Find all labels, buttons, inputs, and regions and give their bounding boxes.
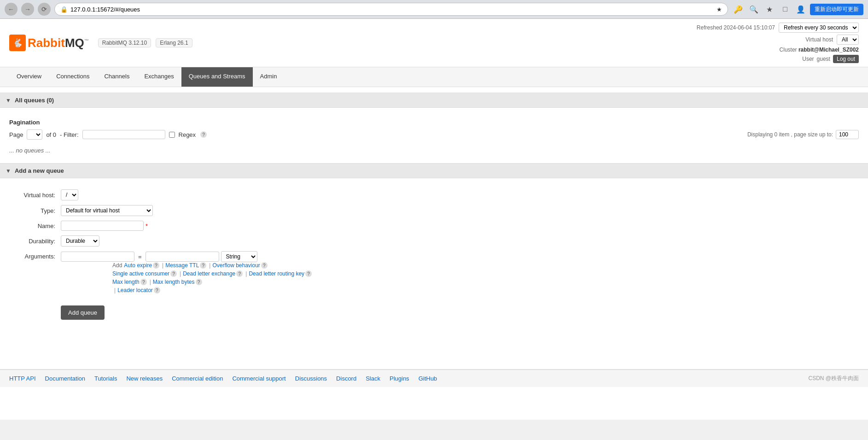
quick-link-leader-locator[interactable]: Leader locator [117,287,153,293]
max-length-bytes-help-icon[interactable]: ? [196,279,202,285]
zoom-icon[interactable]: 🔍 [747,3,760,16]
footer-link-plugins[interactable]: Plugins [390,375,409,382]
footer-link-new-releases[interactable]: New releases [126,375,163,382]
update-button[interactable]: 重新启动即可更新 [810,4,863,15]
add-queue-form: Virtual host: / Type: Default for virtua… [9,184,859,325]
back-button[interactable]: ← [5,3,17,16]
footer-link-github[interactable]: GitHub [419,375,437,382]
sep6: | [114,287,116,293]
regex-help-icon[interactable]: ? [200,131,207,138]
nav-item-channels[interactable]: Channels [97,67,137,87]
reload-button[interactable]: ⟳ [38,3,51,16]
type-row: Type: Default for virtual host Classic Q… [9,205,859,216]
single-active-consumer-help-icon[interactable]: ? [170,270,177,277]
profile-icon[interactable]: 👤 [794,3,807,16]
regex-checkbox[interactable] [169,132,175,138]
version-badges: RabbitMQ 3.12.10 Erlang 26.1 [98,38,192,47]
forward-button[interactable]: → [21,3,34,16]
address-bar: 🔒 ★ [54,3,728,16]
footer-link-documentation[interactable]: Documentation [45,375,85,382]
regex-label: Regex [179,131,196,138]
logo-mq: MQ [65,36,84,50]
max-length-help-icon[interactable]: ? [140,279,147,285]
user-row: User guest Log out [802,55,859,63]
key-icon[interactable]: 🔑 [732,3,745,16]
dead-letter-routing-key-help-icon[interactable]: ? [305,270,312,277]
of-label: of 0 [46,131,56,138]
overflow-help-icon[interactable]: ? [261,262,268,269]
vhost-select[interactable]: All / [837,35,859,45]
dead-letter-exchange-help-icon[interactable]: ? [236,270,243,277]
footer-link-slack[interactable]: Slack [366,375,380,382]
footer-brand: CSDN @秩香牛肉面 [808,375,859,382]
quick-link-dead-letter-exchange[interactable]: Dead letter exchange [183,270,235,277]
user-label: User [802,56,814,62]
browser-actions: 🔑 🔍 ★ □ 👤 重新启动即可更新 [732,3,863,16]
arg-key-input[interactable] [61,252,134,262]
nav-item-queues[interactable]: Queues and Streams [181,67,253,87]
quick-link-max-length-bytes[interactable]: Max length bytes [153,279,195,285]
page-size-input[interactable] [836,130,859,139]
quick-links-row-4: | Leader locator ? [112,287,313,293]
footer-link-http-api[interactable]: HTTP API [9,375,36,382]
page-label: Page [9,131,23,138]
durability-row: Durability: Durable Transient [9,235,859,246]
quick-links-row-2: Single active consumer ? | Dead letter e… [112,270,313,277]
footer-link-discussions[interactable]: Discussions [295,375,327,382]
quick-link-message-ttl[interactable]: Message TTL [165,262,199,269]
footer-link-commercial-edition[interactable]: Commercial edition [172,375,223,382]
all-queues-toggle[interactable]: ▼ [6,97,11,104]
all-queues-section-header: ▼ All queues (0) [0,93,868,108]
sep4: | [245,270,247,277]
all-queues-title: All queues (0) [15,97,54,104]
pagination-label: Pagination [9,119,859,126]
browser-chrome: ← → ⟳ 🔒 ★ 🔑 🔍 ★ □ 👤 重新启动即可更新 [0,0,868,19]
quick-link-auto-expire[interactable]: Auto expire [124,262,152,269]
pagination-area: Pagination Page of 0 - Filter: Regex ? D… [9,113,859,143]
quick-link-dead-letter-routing-key[interactable]: Dead letter routing key [249,270,304,277]
arg-val-input[interactable] [146,252,219,262]
logo: 🐇 RabbitMQ™ [9,35,89,51]
display-info: Displaying 0 item , page size up to: [747,130,859,139]
page-select[interactable] [27,129,42,140]
quick-link-max-length[interactable]: Max length [112,279,140,285]
url-input[interactable] [70,6,714,13]
arg-type-select[interactable]: String Number Boolean [221,251,257,262]
refresh-select[interactable]: Refresh every 30 seconds Manually Every … [779,23,859,33]
durability-select[interactable]: Durable Transient [61,235,99,246]
type-select[interactable]: Default for virtual host Classic Quorum … [61,205,153,216]
nav-item-overview[interactable]: Overview [9,67,49,87]
sep1: | [162,262,163,269]
vhost-row: Virtual host All / [805,35,859,45]
name-input[interactable] [61,221,144,231]
auto-expire-help-icon[interactable]: ? [153,262,159,269]
type-label: Type: [9,207,55,214]
footer-link-tutorials[interactable]: Tutorials [94,375,117,382]
erlang-version-badge: Erlang 26.1 [156,38,192,47]
footer-link-discord[interactable]: Discord [336,375,356,382]
filter-input[interactable] [82,130,165,139]
sidebar-icon[interactable]: □ [779,3,792,16]
message-ttl-help-icon[interactable]: ? [200,262,206,269]
vhost-label: Virtual host [805,36,833,43]
cluster-name: rabbit@Michael_SZ002 [798,47,859,53]
leader-locator-help-icon[interactable]: ? [154,287,160,293]
quick-links-row-1: Add Auto expire ? | Message TTL ? | Over… [112,262,313,269]
add-queue-toggle[interactable]: ▼ [6,168,11,174]
nav-item-admin[interactable]: Admin [253,67,285,87]
header-right: Refreshed 2024-06-04 15:10:07 Refresh ev… [697,23,859,63]
app-container: 🐇 RabbitMQ™ RabbitMQ 3.12.10 Erlang 26.1… [0,19,868,420]
quick-link-single-active-consumer[interactable]: Single active consumer [112,270,169,277]
add-queue-button[interactable]: Add queue [61,305,105,320]
name-row: Name: * [9,221,859,231]
logout-button[interactable]: Log out [833,55,859,63]
nav-item-connections[interactable]: Connections [49,67,97,87]
arguments-label: Arguments: [9,251,55,260]
footer-link-commercial-support[interactable]: Commercial support [232,375,285,382]
bookmark-icon[interactable]: ★ [763,3,776,16]
sep2: | [209,262,210,269]
cluster-label: Cluster [780,47,797,53]
quick-link-overflow-behaviour[interactable]: Overflow behaviour [212,262,260,269]
virtual-host-select[interactable]: / [61,189,78,200]
nav-item-exchanges[interactable]: Exchanges [137,67,181,87]
